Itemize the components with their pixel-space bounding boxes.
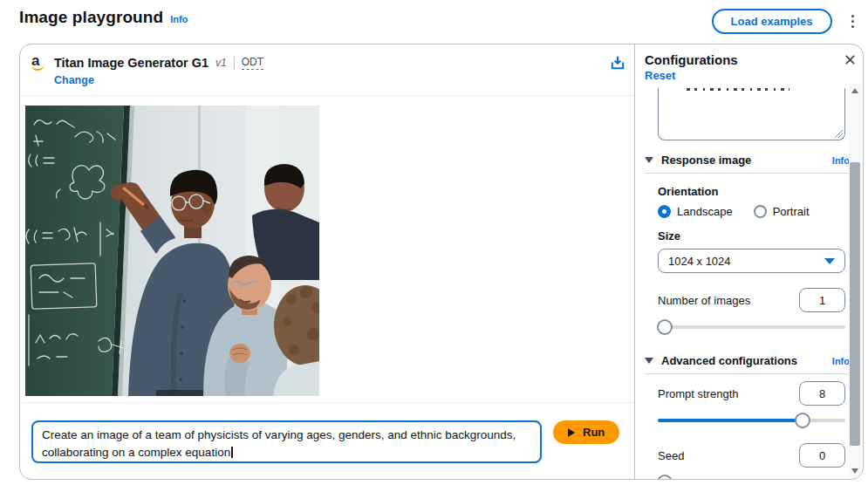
configurations-panel: Configurations Reset Response image Info…	[635, 44, 863, 479]
size-select[interactable]: 1024 x 1024	[658, 249, 845, 273]
divider	[234, 57, 235, 70]
radio-selected-icon	[658, 205, 671, 218]
section-response-image[interactable]: Response image Info	[645, 154, 850, 174]
slider-handle[interactable]	[657, 475, 673, 480]
playground-card: Titan Image Generator G1 v1 ODT Change	[19, 44, 864, 480]
chevron-down-icon	[824, 258, 835, 264]
playground-section: Titan Image Generator G1 v1 ODT Change	[20, 44, 635, 479]
radio-label: Portrait	[773, 205, 810, 218]
radio-landscape[interactable]: Landscape	[658, 205, 733, 218]
size-value: 1024 x 1024	[668, 255, 731, 268]
load-examples-button[interactable]: Load examples	[712, 9, 832, 34]
seed-input[interactable]	[799, 443, 845, 468]
number-of-images-input[interactable]	[799, 288, 845, 312]
slider-handle[interactable]	[657, 319, 673, 335]
run-button[interactable]: Run	[553, 420, 619, 444]
number-of-images-slider[interactable]	[658, 319, 845, 335]
change-model-link[interactable]: Change	[54, 74, 94, 86]
slider-handle[interactable]	[795, 413, 810, 428]
number-of-images-label: Number of images	[658, 294, 750, 307]
text-cursor	[231, 447, 233, 458]
amazon-logo-icon	[31, 54, 47, 72]
close-icon[interactable]	[842, 51, 858, 67]
model-header: Titan Image Generator G1 v1 ODT Change	[20, 44, 634, 96]
config-textarea[interactable]	[658, 88, 845, 140]
prompt-row: Create an image of a team of physicists …	[20, 403, 634, 463]
collapse-arrow-icon	[645, 358, 653, 364]
odt-link[interactable]: ODT	[242, 56, 263, 70]
clipped-text-fragment	[687, 88, 789, 91]
model-version: v1	[215, 57, 227, 69]
download-image-icon[interactable]	[610, 55, 625, 71]
seed-slider[interactable]	[658, 475, 845, 480]
prompt-text: Create an image of a team of physicists …	[42, 428, 516, 459]
section-advanced-configurations[interactable]: Advanced configurations Info	[645, 354, 850, 374]
radio-portrait[interactable]: Portrait	[754, 205, 810, 218]
seed-label: Seed	[658, 449, 684, 462]
run-label: Run	[583, 426, 605, 439]
orientation-label: Orientation	[658, 185, 845, 198]
physicist-curly	[273, 285, 319, 396]
prompt-strength-input[interactable]	[799, 381, 845, 406]
advanced-info-link[interactable]: Info	[832, 356, 850, 366]
play-icon	[568, 428, 575, 437]
section-title: Advanced configurations	[661, 354, 797, 367]
config-scrollbar[interactable]	[849, 84, 861, 478]
scroll-up-arrow-icon[interactable]	[851, 88, 858, 93]
generated-image-area	[20, 96, 634, 403]
radio-unselected-icon	[754, 205, 767, 218]
page-info-link[interactable]: Info	[170, 14, 188, 24]
radio-label: Landscape	[677, 205, 733, 218]
configurations-title: Configurations	[645, 52, 738, 67]
response-image-info-link[interactable]: Info	[832, 155, 850, 166]
page-title: Image playground	[19, 8, 163, 27]
more-options-kebab-icon[interactable]	[846, 11, 860, 32]
generated-image	[25, 106, 319, 396]
scrollbar-thumb[interactable]	[850, 162, 860, 446]
prompt-input[interactable]: Create an image of a team of physicists …	[31, 420, 542, 463]
scroll-down-arrow-icon[interactable]	[851, 468, 858, 474]
prompt-strength-label: Prompt strength	[658, 387, 739, 400]
collapse-arrow-icon	[645, 157, 653, 163]
resize-grip-icon[interactable]	[835, 130, 843, 138]
page-header: Image playground Info Load examples	[19, 8, 859, 34]
section-title: Response image	[661, 154, 751, 167]
prompt-strength-slider[interactable]	[658, 413, 845, 428]
size-label: Size	[658, 229, 845, 242]
model-name: Titan Image Generator G1	[54, 56, 208, 70]
reset-link[interactable]: Reset	[645, 69, 675, 82]
